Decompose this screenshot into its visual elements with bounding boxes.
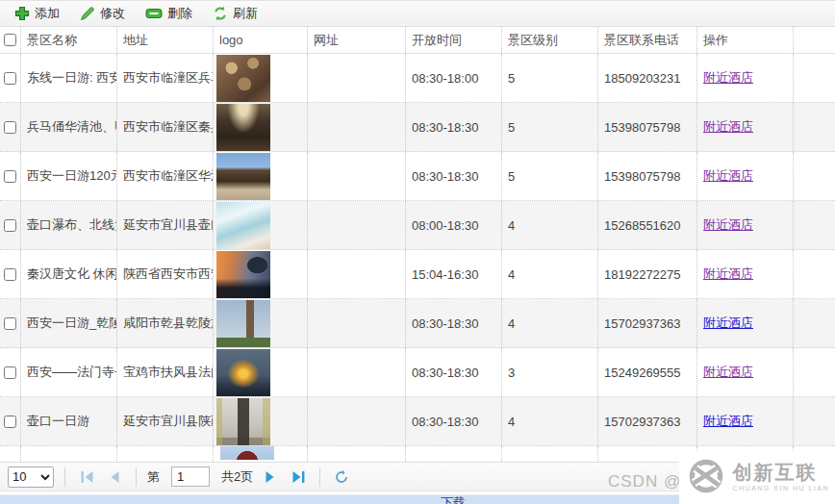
actions-cell: 附近酒店 [697,152,794,200]
table-row[interactable]: 秦汉唐文化 休闲主 陕西省西安市西安 15:04-16:30 4 1819227… [0,250,835,299]
header-cell-open_time[interactable]: 开放时间 [406,27,502,53]
pager-separator [64,467,65,487]
website-cell [308,103,406,151]
refresh-button[interactable]: 刷新 [206,1,267,26]
row-checkbox-cell [0,152,21,200]
brand-subtitle: CHUANG XIN HU LIAN [732,485,829,491]
select-all-cell [0,27,21,53]
page-prefix-label: 第 [147,468,160,486]
name-cell: 东线一日游: 西安- [21,54,117,102]
logo-image [216,55,270,102]
logo-image [216,349,270,396]
footer-partial-text: 下载 [441,495,466,504]
phone-cell: 18192272275 [598,250,697,298]
first-page-button[interactable] [76,466,97,488]
nearby-hotel-link[interactable]: 附近酒店 [703,265,753,283]
pencil-icon [80,6,95,21]
nearby-hotel-link[interactable]: 附近酒店 [703,413,753,430]
last-page-button[interactable] [288,466,309,488]
reload-grid-button[interactable] [331,466,352,488]
filler-cell [794,348,835,396]
name-cell: 壶口瀑布、北线黄 [21,201,117,249]
select-all-checkbox[interactable] [4,34,16,46]
row-checkbox[interactable] [4,121,16,134]
table-row[interactable]: 壶口瀑布、北线黄 延安市宜川县壶口 08:00-18:30 4 15268551… [0,201,835,250]
header-cell-level[interactable]: 景区级别 [502,27,598,53]
actions-cell: 附近酒店 [697,250,794,298]
website-cell [308,250,406,298]
nearby-hotel-link[interactable]: 附近酒店 [703,315,753,332]
actions-cell: 附近酒店 [697,201,794,249]
prev-page-button[interactable] [104,466,125,488]
header-cell-logo[interactable]: logo [214,27,308,53]
next-page-button[interactable] [260,466,281,488]
brand-logo: 创新互联 CHUANG XIN HU LIAN [679,450,835,504]
header-cell-phone[interactable]: 景区联系电话 [598,27,697,53]
address-cell: 延安市宜川县陕西 [117,397,214,445]
level-cell: 4 [502,397,598,445]
page-size-select[interactable]: 10 [8,466,54,488]
website-cell [308,299,406,347]
nearby-hotel-link[interactable]: 附近酒店 [703,364,753,381]
add-button[interactable]: 添加 [8,1,69,26]
add-icon [14,6,30,21]
logo-cell [214,348,308,396]
table-row[interactable]: 西安一日游120元, 西安市临潼区华清 08:30-18:30 5 153980… [0,152,835,201]
actions-cell: 附近酒店 [697,299,794,347]
actions-cell: 附近酒店 [697,348,794,396]
row-checkbox[interactable] [4,268,16,281]
filler-cell [794,299,835,347]
level-cell: 5 [502,103,598,151]
delete-button-label: 删除 [167,5,192,22]
header-cell-name[interactable]: 景区名称 [21,27,117,53]
table-row[interactable]: 东线一日游: 西安- 西安市临潼区兵马 08:30-18:00 5 185092… [0,54,835,103]
table-row[interactable]: 西安——法门寺+ 宝鸡市扶风县法门 08:30-18:30 3 15249269… [0,348,835,397]
next-page-icon [265,470,276,484]
open-time-cell: 08:00-18:30 [406,201,502,249]
logo-image [220,446,274,460]
header-cell-address[interactable]: 地址 [117,27,214,53]
logo-cell [214,103,308,151]
delete-button[interactable]: 删除 [139,1,202,26]
table-row[interactable]: 兵马俑华清池、明 西安市临潼区秦兵 08:30-18:30 5 15398075… [0,103,835,152]
brand-name: 创新互联 [732,463,829,483]
last-page-icon [291,470,306,484]
header-cell-website[interactable]: 网址 [308,27,406,53]
filler-cell [794,250,835,298]
row-checkbox[interactable] [4,219,16,232]
edit-button-label: 修改 [100,5,125,22]
logo-cell [214,152,308,200]
table-row[interactable]: 西安一日游_乾陵_ 咸阳市乾县乾陵旅 08:30-18:30 4 1570293… [0,299,835,348]
current-page-input[interactable] [171,466,210,487]
nearby-hotel-link[interactable]: 附近酒店 [703,167,753,185]
nearby-hotel-link[interactable]: 附近酒店 [703,216,753,234]
name-cell [21,446,117,462]
header-cell-actions[interactable]: 操作 [697,27,794,53]
filler-cell [794,103,835,151]
name-cell: 西安一日游120元, [21,152,117,200]
row-checkbox[interactable] [4,317,16,330]
row-checkbox[interactable] [4,72,16,85]
row-checkbox-cell [0,397,21,445]
actions-cell: 附近酒店 [697,54,794,102]
open-time-cell: 15:04-16:30 [406,250,502,298]
level-cell: 4 [502,299,598,347]
nearby-hotel-link[interactable]: 附近酒店 [703,69,753,87]
website-cell [308,152,406,200]
address-cell: 西安市临潼区华清 [117,152,214,200]
row-checkbox[interactable] [4,416,16,428]
row-checkbox[interactable] [4,366,16,379]
filler-cell [794,201,835,249]
address-cell: 西安市临潼区秦兵 [117,103,214,151]
logo-cell [214,299,308,347]
total-pages-label: 共2页 [221,468,253,486]
open-time-cell: 08:30-18:30 [406,152,502,200]
open-time-cell: 08:30-18:30 [406,397,502,445]
edit-button[interactable]: 修改 [73,1,135,26]
logo-cell [214,201,308,249]
row-checkbox[interactable] [4,170,16,183]
address-cell: 宝鸡市扶风县法门 [117,348,214,396]
table-row[interactable]: 壶口一日游 延安市宜川县陕西 08:30-18:30 4 15702937363… [0,397,835,446]
nearby-hotel-link[interactable]: 附近酒店 [703,118,753,136]
website-cell [308,54,406,102]
